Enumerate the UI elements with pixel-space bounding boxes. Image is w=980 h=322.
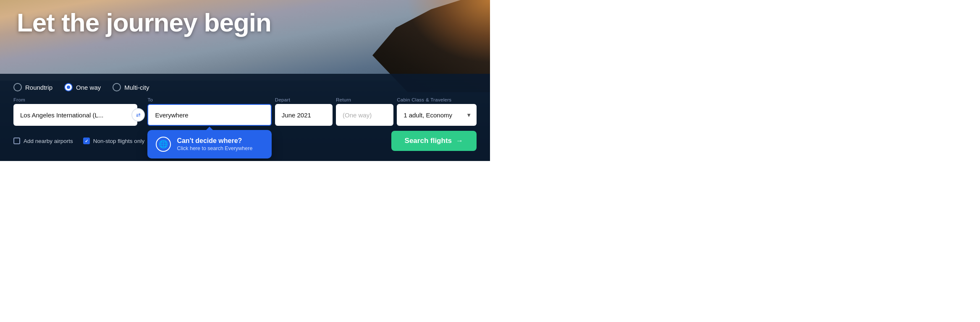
multicity-label: Multi-city	[124, 84, 149, 91]
fields-row: From ⇄ To 🌐 Can't decide where? Click he…	[13, 97, 477, 126]
globe-icon: 🌐	[156, 137, 171, 152]
oneway-label: One way	[76, 84, 101, 91]
cabin-input[interactable]	[397, 104, 477, 126]
multicity-radio[interactable]	[113, 83, 121, 91]
nonstop-checkbox[interactable]	[83, 138, 90, 144]
to-field-group-container: To 🌐 Can't decide where? Click here to s…	[147, 97, 271, 126]
cabin-field-group: Cabin Class & Travelers ▼	[397, 97, 477, 126]
oneway-option[interactable]: One way	[64, 83, 101, 91]
search-panel: Roundtrip One way Multi-city From ⇄ To	[0, 74, 490, 161]
roundtrip-option[interactable]: Roundtrip	[13, 83, 52, 91]
nearby-airports-checkbox[interactable]	[13, 138, 20, 144]
to-field-group: To	[147, 97, 271, 126]
sunset-glow	[406, 0, 490, 63]
cabin-label: Cabin Class & Travelers	[397, 97, 477, 102]
swap-button[interactable]: ⇄	[131, 108, 145, 122]
nonstop-option[interactable]: Non-stop flights only	[83, 138, 144, 144]
depart-field-group: Depart	[275, 97, 333, 126]
depart-label: Depart	[275, 97, 333, 102]
dropdown-subtitle: Click here to search Everywhere	[177, 145, 252, 151]
from-input-wrapper: ⇄	[13, 104, 137, 126]
return-label: Return	[336, 97, 393, 102]
everywhere-dropdown[interactable]: 🌐 Can't decide where? Click here to sear…	[147, 130, 271, 158]
search-flights-arrow: →	[456, 137, 463, 145]
to-input[interactable]	[147, 104, 271, 126]
depart-input[interactable]	[275, 104, 333, 126]
search-flights-button[interactable]: Search flights →	[391, 131, 477, 151]
oneway-radio[interactable]	[64, 83, 73, 91]
nonstop-label: Non-stop flights only	[93, 138, 144, 144]
dropdown-text: Can't decide where? Click here to search…	[177, 137, 252, 151]
trip-type-row: Roundtrip One way Multi-city	[13, 83, 477, 91]
search-flights-label: Search flights	[405, 137, 452, 145]
nearby-airports-label: Add nearby airports	[24, 138, 73, 144]
dropdown-title: Can't decide where?	[177, 137, 252, 145]
roundtrip-label: Roundtrip	[25, 84, 52, 91]
nearby-airports-option[interactable]: Add nearby airports	[13, 138, 73, 144]
cabin-input-wrapper: ▼	[397, 104, 477, 126]
return-field-group: Return	[336, 97, 393, 126]
to-label: To	[147, 97, 271, 102]
roundtrip-radio[interactable]	[13, 83, 22, 91]
from-field-group: From ⇄	[13, 97, 137, 126]
multicity-option[interactable]: Multi-city	[113, 83, 149, 91]
return-input[interactable]	[336, 104, 393, 126]
from-input[interactable]	[13, 104, 137, 126]
hero-title: Let the journey begin	[17, 8, 271, 37]
from-label: From	[13, 97, 137, 102]
